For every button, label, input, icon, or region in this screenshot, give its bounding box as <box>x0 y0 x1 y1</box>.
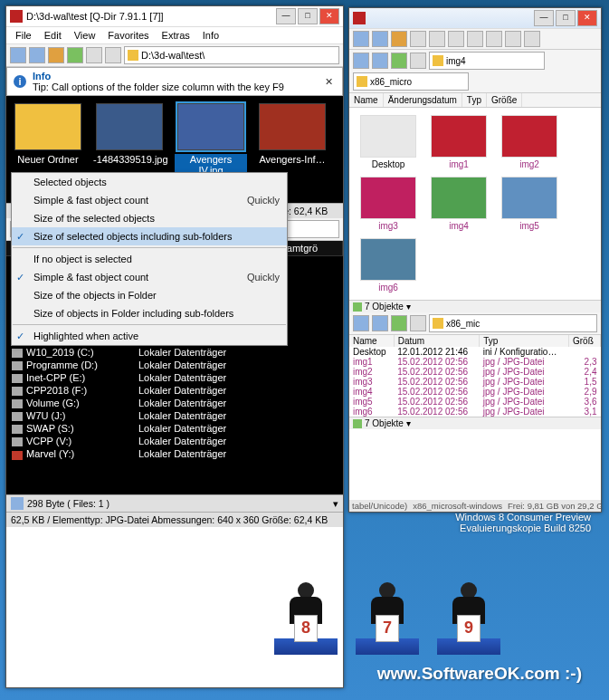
titlebar[interactable]: D:\3d-wal\test [Q-Dir 7.91.1 [7]] — □ ✕ <box>6 6 343 27</box>
file-row[interactable]: Inet-CPP (E:)Lokaler Datenträger <box>6 371 343 384</box>
file-row[interactable]: Desktop12.01.2012 21:46ini / Konfigurati… <box>349 347 601 357</box>
column-header[interactable]: Typ <box>480 335 569 347</box>
thumbnail[interactable]: Avengers IV.jpg <box>175 103 247 176</box>
up-icon[interactable] <box>48 47 64 63</box>
address-bar[interactable]: D:\3d-wal\test\ <box>124 46 339 64</box>
refresh-icon[interactable] <box>67 47 83 63</box>
context-menu-item[interactable]: If no object is selected <box>12 250 287 268</box>
up-icon[interactable] <box>391 31 407 47</box>
context-menu-item[interactable]: Simple & fast object countQuickly <box>12 191 287 209</box>
address-field-3[interactable]: x86_mic <box>429 314 597 332</box>
tool-icon[interactable] <box>448 31 464 47</box>
thumb-label: img5 <box>498 221 561 231</box>
address-field-1[interactable]: img4 <box>429 52 545 70</box>
maximize-button[interactable]: □ <box>298 8 318 24</box>
sec-thumbnail[interactable]: img6 <box>357 238 420 292</box>
maximize-button[interactable]: □ <box>556 10 576 26</box>
layout-icon[interactable] <box>105 47 121 63</box>
sec-thumbnail[interactable]: img2 <box>498 115 561 169</box>
thumbnail[interactable]: Neuer Ordner <box>12 103 84 176</box>
context-menu-item[interactable]: Selected objects <box>12 173 287 191</box>
tool-icon[interactable] <box>486 31 502 47</box>
tool-icon[interactable] <box>467 31 483 47</box>
back-icon[interactable] <box>10 47 26 63</box>
menu-edit[interactable]: Edit <box>39 28 67 43</box>
file-row[interactable]: img615.02.2012 02:56jpg / JPG-Datei3,1 <box>349 407 601 417</box>
sec-thumbnail[interactable]: img4 <box>427 177 490 231</box>
file-row[interactable]: W10_2019 (C:)Lokaler Datenträger <box>6 346 343 359</box>
menu-extras[interactable]: Extras <box>157 28 195 43</box>
sec-thumbnail[interactable]: img1 <box>427 115 490 169</box>
refresh-icon[interactable] <box>391 53 407 69</box>
context-menu-item[interactable]: Size of the selected objects <box>12 209 287 227</box>
column-header[interactable]: Name <box>349 335 394 347</box>
drive-icon <box>12 425 23 434</box>
sec-thumbnail[interactable]: Desktop <box>357 115 420 169</box>
column-header[interactable]: Name <box>349 93 384 107</box>
context-menu-item[interactable]: ✓Size of selected objects including sub-… <box>12 227 287 245</box>
file-row[interactable]: img415.02.2012 02:56jpg / JPG-Datei2,9 <box>349 387 601 397</box>
thumbnail[interactable]: -1484339519.jpg <box>93 103 166 176</box>
column-header[interactable]: Datum <box>394 335 480 347</box>
file-row[interactable]: img115.02.2012 02:56jpg / JPG-Datei2,3 <box>349 357 601 367</box>
sec-detail-headers[interactable]: NameDatumTypGröß <box>349 335 601 347</box>
tool-icon[interactable] <box>505 31 521 47</box>
back-arrow-icon[interactable] <box>11 497 24 510</box>
context-menu-item[interactable]: Size of the objects in Folder <box>12 286 287 304</box>
file-row[interactable]: CPP2018 (F:)Lokaler Datenträger <box>6 384 343 397</box>
windows-watermark: Windows 8 Consumer Preview Evaluierungsk… <box>455 512 591 533</box>
file-row[interactable]: Programme (D:)Lokaler Datenträger <box>6 359 343 371</box>
sec-thumbnail[interactable]: img3 <box>357 177 420 231</box>
file-row[interactable]: img515.02.2012 02:56jpg / JPG-Datei3,6 <box>349 397 601 407</box>
file-row[interactable]: W7U (J:)Lokaler Datenträger <box>6 409 343 422</box>
menu-view[interactable]: View <box>69 28 101 43</box>
sec-column-headers[interactable]: NameÄnderungsdatumTypGröße <box>349 93 601 108</box>
view-icon[interactable] <box>410 315 426 331</box>
sec-thumbnail[interactable]: img5 <box>498 177 561 231</box>
view-icon[interactable] <box>410 53 426 69</box>
file-row[interactable]: img315.02.2012 02:56jpg / JPG-Datei1,5 <box>349 377 601 387</box>
forward-icon[interactable] <box>372 315 388 331</box>
tool-icon[interactable] <box>524 31 540 47</box>
tool-icon[interactable] <box>429 31 445 47</box>
status-segment: x86_microsoft-windows <box>413 501 502 511</box>
column-header[interactable]: Größ <box>568 335 600 347</box>
sec-addr-row-2: x86_mic <box>349 312 601 335</box>
forward-icon[interactable] <box>29 47 45 63</box>
column-header[interactable]: Größe <box>487 93 522 107</box>
back-icon[interactable] <box>353 53 369 69</box>
close-tip-icon[interactable]: ✕ <box>321 76 337 88</box>
thumb-label: Neuer Ordner <box>12 154 84 165</box>
check-icon: ✓ <box>16 331 24 342</box>
column-header[interactable]: Änderungsdatum <box>384 93 462 107</box>
context-menu-item[interactable]: Size of objects in Folder including sub-… <box>12 304 287 322</box>
back-icon[interactable] <box>353 31 369 47</box>
drive-icon <box>12 437 23 446</box>
forward-icon[interactable] <box>372 31 388 47</box>
context-menu-item[interactable]: ✓Simple & fast object countQuickly <box>12 268 287 286</box>
refresh-icon[interactable] <box>391 315 407 331</box>
forward-icon[interactable] <box>372 53 388 69</box>
address-field-2[interactable]: x86_micro <box>353 72 469 91</box>
info-tip: i InfoTip: Call options of the folder si… <box>6 67 343 96</box>
menu-info[interactable]: Info <box>197 28 224 43</box>
context-menu-item[interactable]: ✓Highlighted when active <box>12 327 287 345</box>
close-button[interactable]: ✕ <box>577 10 597 26</box>
thumbnail[interactable]: Avengers-Inf… <box>256 103 328 176</box>
file-row[interactable]: Marvel (Y:)Lokaler Datenträger <box>6 447 343 460</box>
file-row[interactable]: SWAP (S:)Lokaler Datenträger <box>6 422 343 435</box>
menu-favorites[interactable]: Favorites <box>102 28 154 43</box>
back-icon[interactable] <box>353 315 369 331</box>
menu-file[interactable]: File <box>10 28 37 43</box>
judge-figure: 8 <box>274 582 338 655</box>
view-icon[interactable] <box>86 47 102 63</box>
titlebar[interactable]: — □ ✕ <box>349 8 601 29</box>
tool-icon[interactable] <box>410 31 426 47</box>
file-row[interactable]: Volume (G:)Lokaler Datenträger <box>6 397 343 409</box>
file-row[interactable]: img215.02.2012 02:56jpg / JPG-Datei2,4 <box>349 367 601 377</box>
minimize-button[interactable]: — <box>276 8 296 24</box>
file-row[interactable]: VCPP (V:)Lokaler Datenträger <box>6 435 343 447</box>
close-button[interactable]: ✕ <box>319 8 339 24</box>
column-header[interactable]: Typ <box>462 93 487 107</box>
minimize-button[interactable]: — <box>534 10 554 26</box>
